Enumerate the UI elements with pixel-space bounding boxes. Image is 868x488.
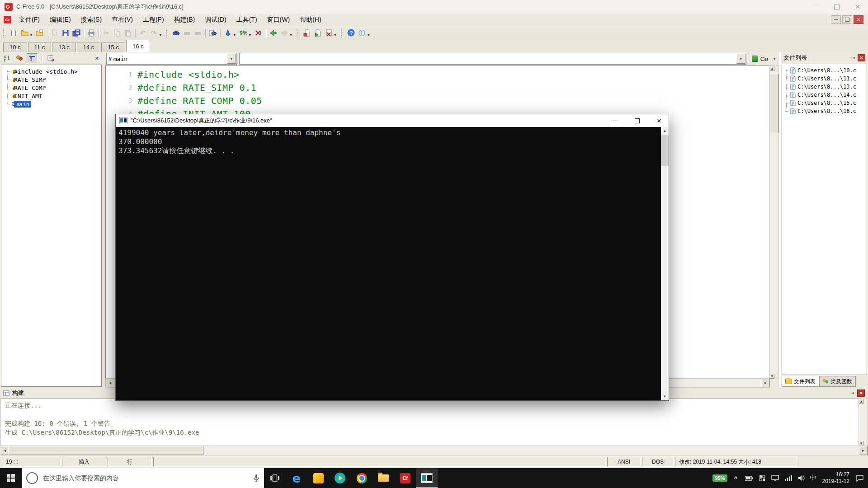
menu-project[interactable]: 工程(P) — [138, 14, 169, 26]
toolbar-grip[interactable] — [341, 28, 344, 38]
console-scrollbar[interactable]: ▲ ▼ — [661, 127, 669, 400]
open-file-icon[interactable] — [19, 28, 30, 38]
mdi-restore-icon[interactable] — [842, 15, 852, 24]
help-dropdown-icon[interactable]: ▼ — [367, 33, 371, 37]
scroll-up-icon[interactable]: ▲ — [859, 399, 863, 404]
file-item[interactable]: C:\Users\8...\15.c — [782, 99, 867, 107]
menu-file[interactable]: 文件(F) — [14, 14, 45, 26]
taskbar-edge[interactable]: e — [286, 468, 307, 488]
tab-classes-functions[interactable]: 类及函数 — [819, 376, 856, 387]
symbol-init-amt[interactable]: # INIT_AMT — [1, 92, 101, 100]
editor-vertical-scrollbar[interactable]: ▲ ▼ — [769, 66, 779, 379]
print-icon[interactable] — [86, 28, 97, 38]
copy-icon[interactable] — [112, 28, 123, 38]
undo-dropdown-icon[interactable]: ▼ — [159, 33, 162, 37]
bookmark-dropdown-icon[interactable]: ▼ — [233, 33, 236, 37]
tab-13c[interactable]: 13.c — [52, 42, 76, 52]
find-in-files-icon[interactable] — [208, 28, 218, 38]
tab-file-list[interactable]: 文件列表 — [782, 376, 819, 387]
watch-dropdown-icon[interactable]: ▼ — [248, 33, 252, 37]
new-file-icon[interactable] — [8, 28, 19, 38]
taskbar-chrome[interactable] — [351, 468, 373, 488]
open-project-icon[interactable] — [34, 28, 45, 38]
go-dropdown-icon[interactable]: ▼ — [773, 57, 778, 61]
help-icon[interactable]: ? — [346, 28, 357, 38]
taskbar-yellow-app[interactable] — [307, 468, 329, 488]
list-view-icon[interactable] — [27, 53, 38, 63]
battery-icon[interactable] — [745, 476, 754, 481]
toolbar-grip[interactable] — [3, 28, 6, 38]
file-item[interactable]: C:\Users\8...\14.c — [782, 91, 867, 99]
mdi-minimize-icon[interactable] — [831, 15, 841, 24]
tab-16c-active[interactable]: 16.c — [126, 40, 150, 52]
console-close-icon[interactable]: ✕ — [650, 114, 669, 127]
symbols-settings-icon[interactable] — [46, 54, 56, 63]
pin-icon[interactable]: 📍︎ — [848, 389, 856, 397]
toolbar-grip[interactable] — [166, 28, 169, 38]
scroll-up-icon[interactable]: ▲ — [661, 127, 669, 135]
menu-edit[interactable]: 编辑(E) — [45, 14, 76, 26]
pin-icon[interactable]: 📍︎ — [849, 54, 857, 62]
menu-build[interactable]: 构建(B) — [169, 14, 200, 26]
volume-icon[interactable] — [797, 475, 806, 481]
symbol-rate-comp[interactable]: # RATE_COMP — [1, 84, 101, 92]
file-list-close-icon[interactable]: ✕ — [858, 54, 865, 61]
taskbar-clock[interactable]: 16:27 2019-11-12 — [822, 471, 850, 485]
network-icon[interactable] — [784, 475, 793, 481]
compile-icon[interactable] — [302, 28, 312, 38]
find-prev-icon[interactable] — [193, 28, 203, 38]
about-icon[interactable]: i — [357, 28, 368, 38]
scrollbar-thumb[interactable] — [770, 74, 778, 133]
symbol-include[interactable]: # #include <stdio.h> — [1, 67, 101, 75]
tray-chevron-icon[interactable]: ^ — [731, 475, 741, 482]
microphone-icon[interactable] — [253, 474, 259, 482]
clear-marks-icon[interactable] — [253, 28, 264, 38]
find-icon[interactable] — [171, 28, 182, 38]
file-item[interactable]: C:\Users\8...\13.c — [782, 83, 867, 91]
navigate-back-icon[interactable] — [268, 28, 279, 38]
stop-build-icon[interactable] — [323, 28, 334, 38]
goto-line-combobox[interactable]: ▼ — [239, 53, 746, 65]
task-view-button[interactable] — [264, 468, 286, 488]
battery-badge[interactable]: 95% — [712, 474, 727, 482]
build-close-icon[interactable]: ✕ — [857, 389, 865, 397]
maximize-icon[interactable] — [826, 0, 847, 14]
menu-debug[interactable]: 调试(D) — [200, 14, 231, 26]
undo-icon[interactable]: ↶ — [137, 28, 148, 38]
save-icon[interactable] — [60, 28, 71, 38]
scroll-right-icon[interactable]: ► — [859, 446, 868, 455]
console-minimize-icon[interactable] — [605, 114, 624, 127]
file-item[interactable]: C:\Users\8...\16.c — [782, 107, 867, 115]
console-maximize-icon[interactable] — [627, 114, 646, 127]
scroll-right-icon[interactable]: ► — [761, 379, 770, 387]
symbols-close-icon[interactable]: ✕ — [93, 56, 100, 61]
menu-search[interactable]: 搜索(S) — [76, 14, 107, 26]
scroll-up-icon[interactable]: ▲ — [770, 66, 774, 71]
menu-window[interactable]: 窗口(W) — [262, 14, 295, 26]
scroll-down-icon[interactable]: ▼ — [661, 393, 669, 400]
scroll-down-icon[interactable]: ▼ — [770, 374, 774, 379]
watch-icon[interactable]: 9% — [238, 28, 249, 38]
action-center-icon[interactable] — [855, 474, 864, 482]
find-next-icon[interactable] — [182, 28, 193, 38]
navigate-forward-icon[interactable] — [279, 28, 290, 38]
mdi-close-icon[interactable]: ✕ — [854, 15, 863, 24]
display-icon[interactable] — [771, 475, 780, 481]
taskbar-cfree[interactable]: Cf — [394, 468, 416, 488]
chevron-down-icon[interactable]: ▼ — [736, 54, 745, 64]
scrollbar-thumb[interactable] — [8, 446, 203, 455]
paste-icon[interactable] — [123, 28, 133, 38]
navigate-dropdown-icon[interactable]: ▼ — [289, 33, 293, 37]
toolbar-grip[interactable] — [297, 28, 299, 38]
redo-icon[interactable]: ↷ — [148, 28, 159, 38]
group-symbols-icon[interactable] — [14, 54, 24, 63]
go-button[interactable]: Go — [749, 53, 771, 64]
build-run-icon[interactable] — [312, 28, 323, 38]
menu-tools[interactable]: 工具(T) — [231, 14, 262, 26]
close-icon[interactable]: ✕ — [847, 0, 868, 14]
tab-11c[interactable]: 11.c — [28, 42, 52, 52]
sort-icon[interactable]: AZ — [2, 54, 12, 63]
tab-14c[interactable]: 14.c — [77, 42, 101, 52]
taskbar-explorer[interactable] — [373, 468, 394, 488]
minimize-icon[interactable] — [806, 0, 826, 14]
